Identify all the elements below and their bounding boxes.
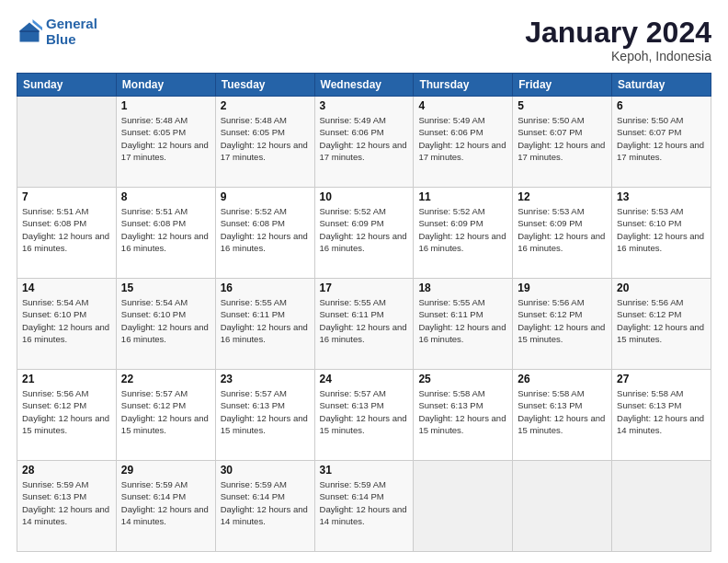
day-number: 12 [518, 190, 607, 203]
day-info: Sunrise: 5:58 AM Sunset: 6:13 PM Dayligh… [418, 387, 507, 436]
day-cell [414, 461, 513, 552]
col-sunday: Sunday [17, 74, 117, 97]
day-cell: 23Sunrise: 5:57 AM Sunset: 6:13 PM Dayli… [215, 370, 314, 461]
day-number: 19 [518, 282, 607, 294]
day-cell: 12Sunrise: 5:53 AM Sunset: 6:09 PM Dayli… [513, 188, 612, 279]
logo-line1: General [46, 16, 97, 31]
day-cell: 22Sunrise: 5:57 AM Sunset: 6:12 PM Dayli… [116, 370, 215, 461]
day-cell: 2Sunrise: 5:48 AM Sunset: 6:05 PM Daylig… [215, 97, 314, 188]
day-cell: 8Sunrise: 5:51 AM Sunset: 6:08 PM Daylig… [116, 188, 215, 279]
day-number: 6 [617, 99, 706, 112]
day-info: Sunrise: 5:58 AM Sunset: 6:13 PM Dayligh… [518, 387, 607, 436]
week-row-4: 21Sunrise: 5:56 AM Sunset: 6:12 PM Dayli… [17, 370, 711, 461]
day-number: 2 [221, 99, 310, 112]
day-number: 8 [121, 190, 210, 203]
col-wednesday: Wednesday [314, 74, 414, 97]
day-number: 18 [418, 282, 507, 294]
day-info: Sunrise: 5:53 AM Sunset: 6:10 PM Dayligh… [617, 205, 706, 254]
week-row-3: 14Sunrise: 5:54 AM Sunset: 6:10 PM Dayli… [17, 279, 711, 370]
day-cell: 15Sunrise: 5:54 AM Sunset: 6:10 PM Dayli… [116, 279, 215, 370]
day-cell [17, 97, 117, 188]
day-info: Sunrise: 5:52 AM Sunset: 6:09 PM Dayligh… [418, 205, 507, 254]
week-row-2: 7Sunrise: 5:51 AM Sunset: 6:08 PM Daylig… [17, 188, 711, 279]
day-info: Sunrise: 5:59 AM Sunset: 6:13 PM Dayligh… [22, 478, 111, 527]
day-number: 3 [320, 99, 409, 112]
day-info: Sunrise: 5:50 AM Sunset: 6:07 PM Dayligh… [617, 114, 706, 163]
col-saturday: Saturday [612, 74, 711, 97]
day-cell: 9Sunrise: 5:52 AM Sunset: 6:08 PM Daylig… [215, 188, 314, 279]
day-info: Sunrise: 5:52 AM Sunset: 6:09 PM Dayligh… [320, 205, 409, 254]
day-cell: 17Sunrise: 5:55 AM Sunset: 6:11 PM Dayli… [314, 279, 414, 370]
day-cell: 13Sunrise: 5:53 AM Sunset: 6:10 PM Dayli… [612, 188, 711, 279]
day-info: Sunrise: 5:53 AM Sunset: 6:09 PM Dayligh… [518, 205, 607, 254]
day-cell: 14Sunrise: 5:54 AM Sunset: 6:10 PM Dayli… [17, 279, 117, 370]
day-cell: 3Sunrise: 5:49 AM Sunset: 6:06 PM Daylig… [314, 97, 414, 188]
day-cell: 6Sunrise: 5:50 AM Sunset: 6:07 PM Daylig… [612, 97, 711, 188]
calendar-page: General Blue January 2024 Kepoh, Indones… [0, 0, 728, 563]
day-cell: 16Sunrise: 5:55 AM Sunset: 6:11 PM Dayli… [215, 279, 314, 370]
day-number: 21 [22, 373, 111, 385]
day-number: 4 [418, 99, 507, 112]
day-number: 31 [320, 464, 409, 477]
day-number: 7 [22, 190, 111, 203]
day-cell [612, 461, 711, 552]
col-monday: Monday [116, 74, 215, 97]
day-cell: 28Sunrise: 5:59 AM Sunset: 6:13 PM Dayli… [17, 461, 117, 552]
calendar-title: January 2024 [525, 17, 711, 49]
day-info: Sunrise: 5:51 AM Sunset: 6:08 PM Dayligh… [22, 205, 111, 254]
col-thursday: Thursday [414, 74, 513, 97]
day-info: Sunrise: 5:52 AM Sunset: 6:08 PM Dayligh… [221, 205, 310, 254]
calendar-header: Sunday Monday Tuesday Wednesday Thursday… [17, 74, 711, 97]
day-cell: 11Sunrise: 5:52 AM Sunset: 6:09 PM Dayli… [414, 188, 513, 279]
title-block: January 2024 Kepoh, Indonesia [525, 17, 711, 63]
day-info: Sunrise: 5:57 AM Sunset: 6:13 PM Dayligh… [320, 387, 409, 436]
day-cell: 29Sunrise: 5:59 AM Sunset: 6:14 PM Dayli… [116, 461, 215, 552]
day-cell: 7Sunrise: 5:51 AM Sunset: 6:08 PM Daylig… [17, 188, 117, 279]
logo-line2: Blue [46, 31, 76, 47]
day-info: Sunrise: 5:55 AM Sunset: 6:11 PM Dayligh… [418, 296, 507, 345]
week-row-1: 1Sunrise: 5:48 AM Sunset: 6:05 PM Daylig… [17, 97, 711, 188]
day-info: Sunrise: 5:49 AM Sunset: 6:06 PM Dayligh… [320, 114, 409, 163]
day-cell: 30Sunrise: 5:59 AM Sunset: 6:14 PM Dayli… [215, 461, 314, 552]
day-info: Sunrise: 5:56 AM Sunset: 6:12 PM Dayligh… [22, 387, 111, 436]
day-cell: 21Sunrise: 5:56 AM Sunset: 6:12 PM Dayli… [17, 370, 117, 461]
day-info: Sunrise: 5:54 AM Sunset: 6:10 PM Dayligh… [22, 296, 111, 345]
day-info: Sunrise: 5:57 AM Sunset: 6:13 PM Dayligh… [221, 387, 310, 436]
week-row-5: 28Sunrise: 5:59 AM Sunset: 6:13 PM Dayli… [17, 461, 711, 552]
logo-icon [17, 19, 42, 45]
day-number: 22 [121, 373, 210, 385]
day-number: 14 [22, 282, 111, 294]
day-number: 17 [320, 282, 409, 294]
day-cell: 1Sunrise: 5:48 AM Sunset: 6:05 PM Daylig… [116, 97, 215, 188]
day-number: 27 [617, 373, 706, 385]
day-cell: 24Sunrise: 5:57 AM Sunset: 6:13 PM Dayli… [314, 370, 414, 461]
day-number: 24 [320, 373, 409, 385]
day-info: Sunrise: 5:49 AM Sunset: 6:06 PM Dayligh… [418, 114, 507, 163]
day-info: Sunrise: 5:55 AM Sunset: 6:11 PM Dayligh… [221, 296, 310, 345]
day-number: 25 [418, 373, 507, 385]
calendar-table: Sunday Monday Tuesday Wednesday Thursday… [17, 73, 711, 552]
day-info: Sunrise: 5:50 AM Sunset: 6:07 PM Dayligh… [518, 114, 607, 163]
day-number: 30 [221, 464, 310, 477]
day-number: 5 [518, 99, 607, 112]
day-number: 1 [121, 99, 210, 112]
day-number: 9 [221, 190, 310, 203]
day-info: Sunrise: 5:57 AM Sunset: 6:12 PM Dayligh… [121, 387, 210, 436]
day-cell: 20Sunrise: 5:56 AM Sunset: 6:12 PM Dayli… [612, 279, 711, 370]
day-cell: 18Sunrise: 5:55 AM Sunset: 6:11 PM Dayli… [414, 279, 513, 370]
col-friday: Friday [513, 74, 612, 97]
day-cell [513, 461, 612, 552]
day-cell: 4Sunrise: 5:49 AM Sunset: 6:06 PM Daylig… [414, 97, 513, 188]
day-cell: 27Sunrise: 5:58 AM Sunset: 6:13 PM Dayli… [612, 370, 711, 461]
day-cell: 5Sunrise: 5:50 AM Sunset: 6:07 PM Daylig… [513, 97, 612, 188]
day-info: Sunrise: 5:55 AM Sunset: 6:11 PM Dayligh… [320, 296, 409, 345]
day-number: 20 [617, 282, 706, 294]
col-tuesday: Tuesday [215, 74, 314, 97]
header: General Blue January 2024 Kepoh, Indones… [17, 17, 711, 63]
day-number: 26 [518, 373, 607, 385]
day-number: 28 [22, 464, 111, 477]
day-number: 15 [121, 282, 210, 294]
header-row: Sunday Monday Tuesday Wednesday Thursday… [17, 74, 711, 97]
day-number: 29 [121, 464, 210, 477]
day-info: Sunrise: 5:56 AM Sunset: 6:12 PM Dayligh… [617, 296, 706, 345]
